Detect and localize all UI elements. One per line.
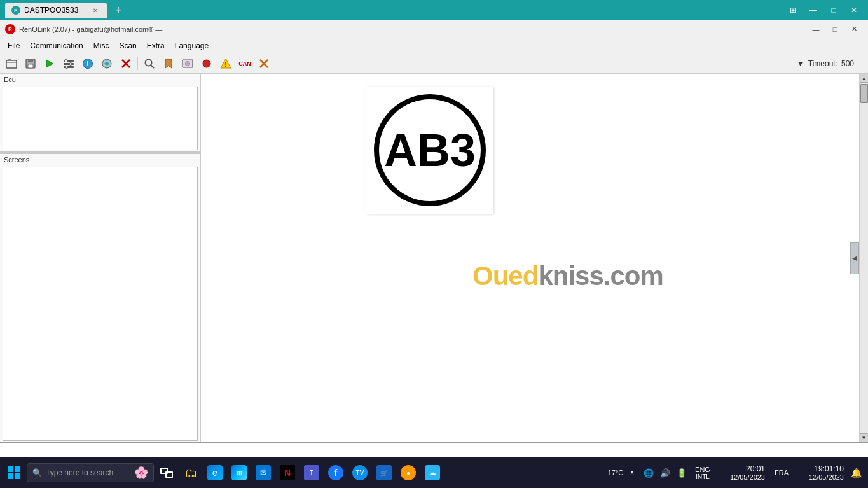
tab-close-button[interactable]: ✕ (90, 5, 100, 15)
clock[interactable]: 20:01 12/05/2023 (717, 464, 768, 481)
menu-file[interactable]: File (3, 39, 25, 53)
mail-icon: ✉ (256, 465, 271, 480)
chrome-tab[interactable]: R DASTPOO3533 ✕ (5, 3, 107, 18)
svg-rect-7 (64, 63, 74, 65)
maximize-app-button[interactable]: □ (826, 23, 844, 36)
clock-time-2: 19:01:10 (814, 464, 844, 473)
grid-icon-button[interactable]: ⊞ (784, 1, 802, 19)
teams-button[interactable]: T (300, 461, 323, 484)
toolbar-cancel-button[interactable] (255, 55, 273, 72)
timeout-arrow-icon: ▼ (797, 59, 804, 68)
edge-icon: e (207, 465, 223, 480)
clock-date-2: 12/05/2023 (809, 473, 844, 481)
scroll-up-button[interactable]: ▲ (860, 74, 869, 83)
app1-icon: 🛒 (376, 465, 392, 480)
toolbar-info-button[interactable]: i (79, 55, 97, 72)
timeout-label: Timeout: (808, 59, 837, 68)
app2-button[interactable]: ● (397, 461, 420, 484)
toolbar-search-button[interactable] (141, 55, 158, 72)
close-app-button[interactable]: ✕ (845, 23, 863, 36)
app1-button[interactable]: 🛒 (373, 461, 396, 484)
minimize-app-button[interactable]: — (807, 23, 825, 36)
mail-button[interactable]: ✉ (252, 461, 275, 484)
restore-button[interactable]: □ (825, 1, 843, 19)
teams-icon: T (304, 465, 319, 480)
start-button[interactable] (3, 461, 25, 484)
netflix-button[interactable]: N (276, 461, 299, 484)
chrome-window-controls: ⊞ — □ ✕ (784, 1, 863, 19)
title-bar-text: RenOLink (2.07) - gabigafu@hotmail.com® … (19, 25, 803, 33)
new-tab-button[interactable]: + (109, 1, 127, 19)
store-icon: ⊞ (231, 465, 247, 480)
menu-language[interactable]: Language (170, 39, 214, 53)
toolbar-screenshot-button[interactable] (179, 55, 196, 72)
toolbar-warning-button[interactable]: ! (217, 55, 235, 72)
toolbar-open-button[interactable] (3, 55, 20, 72)
svg-point-21 (203, 60, 210, 67)
right-panel-toggle[interactable]: ◀ (850, 242, 859, 274)
flower-icon: 🌸 (134, 466, 148, 480)
clock-2[interactable]: 19:01:10 12/05/2023 (796, 464, 846, 481)
svg-text:i: i (87, 60, 89, 67)
toolbar-options-button[interactable] (60, 55, 78, 72)
language-selector[interactable]: ENG INTL (691, 466, 714, 480)
toolbar-save-button[interactable] (22, 55, 39, 72)
tab-icon: R (11, 6, 20, 15)
facebook-button[interactable]: f (324, 461, 347, 484)
svg-text:AB3: AB3 (384, 125, 476, 176)
close-window-button[interactable]: ✕ (845, 1, 863, 19)
windows-logo-icon (8, 466, 20, 479)
menu-misc[interactable]: Misc (88, 39, 114, 53)
store-button[interactable]: ⊞ (228, 461, 251, 484)
title-bar: R RenOLink (2.07) - gabigafu@hotmail.com… (0, 20, 868, 38)
notification-button[interactable]: 🔔 (849, 461, 863, 484)
teamviewer-icon: TV (352, 465, 368, 480)
battery-icon[interactable]: 🔋 (675, 461, 689, 484)
teamviewer-button[interactable]: TV (348, 461, 371, 484)
ecu-list[interactable] (3, 87, 198, 150)
app2-icon: ● (401, 465, 416, 480)
taskbar-search[interactable]: 🔍 Type here to search 🌸 (27, 463, 154, 482)
search-icon: 🔍 (32, 468, 42, 477)
scroll-thumb[interactable] (860, 84, 868, 103)
screens-list[interactable] (3, 167, 198, 441)
toolbar-bookmark-button[interactable] (160, 55, 177, 72)
menu-communication[interactable]: Communication (25, 39, 88, 53)
scroll-down-button[interactable]: ▼ (860, 433, 869, 442)
language-selector-2[interactable]: FRA (770, 469, 793, 477)
file-explorer-button[interactable]: 🗂 (179, 461, 202, 484)
svg-point-11 (65, 66, 68, 68)
chrome-tab-bar: R DASTPOO3533 ✕ + ⊞ — □ ✕ (0, 0, 868, 20)
center-area: AB3 Ouedkniss.com ▲ ▼ ◀ (201, 74, 868, 442)
volume-icon[interactable]: 🔊 (658, 461, 672, 484)
menu-extra[interactable]: Extra (142, 39, 170, 53)
windows-taskbar: 🔍 Type here to search 🌸 🗂 e ⊞ ✉ N T f TV (0, 457, 868, 488)
netflix-icon: N (280, 465, 295, 480)
show-hidden-icons-button[interactable]: ∧ (625, 461, 639, 484)
menu-scan[interactable]: Scan (114, 39, 141, 53)
toolbar-can-button[interactable]: CAN (236, 55, 254, 72)
clock-date: 12/05/2023 (730, 473, 765, 481)
svg-line-18 (151, 65, 154, 68)
folder-icon: 🗂 (184, 466, 197, 480)
right-scrollbar[interactable]: ▲ ▼ (859, 74, 868, 442)
watermark-com: .com (603, 261, 663, 291)
toolbar-stop-button[interactable] (117, 55, 135, 72)
cloud-button[interactable]: ☁ (421, 461, 444, 484)
toolbar-record-button[interactable] (198, 55, 216, 72)
task-view-button[interactable] (155, 461, 178, 484)
svg-rect-8 (64, 66, 74, 68)
timeout-dropdown[interactable]: ▼ (797, 59, 804, 68)
menu-bar: File Communication Misc Scan Extra Langu… (0, 38, 868, 53)
toolbar-run-button[interactable] (41, 55, 59, 72)
network-icon[interactable]: 🌐 (642, 461, 656, 484)
minimize-button[interactable]: — (804, 1, 822, 19)
toolbar-separator-1 (137, 57, 138, 70)
toolbar: i ! CAN (0, 53, 868, 74)
toolbar-connect-button[interactable] (98, 55, 116, 72)
edge-button[interactable]: e (203, 461, 226, 484)
tab-title: DASTPOO3533 (24, 6, 78, 15)
timeout-value: 500 (841, 59, 860, 68)
scroll-track (860, 83, 869, 433)
cloud-icon: ☁ (425, 465, 440, 480)
